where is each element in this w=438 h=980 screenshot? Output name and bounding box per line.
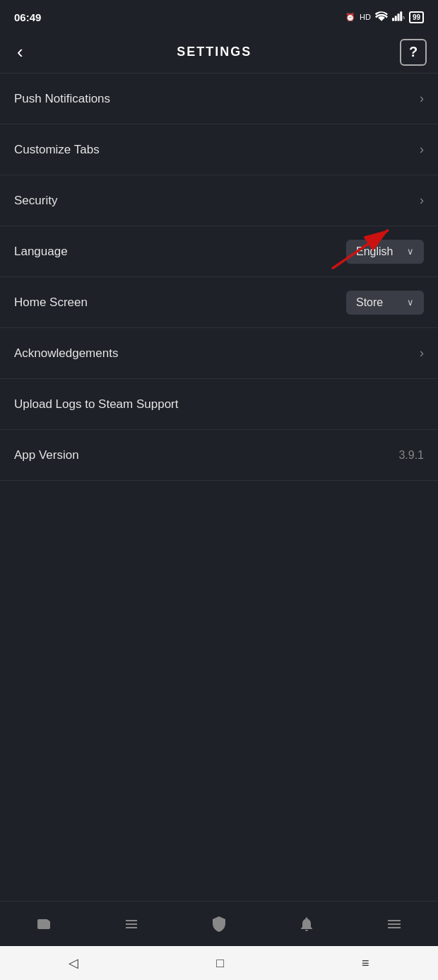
settings-item-customize-tabs[interactable]: Customize Tabs › [0, 124, 438, 175]
nav-store[interactable] [0, 902, 88, 946]
android-nav: ◁ □ ≡ [0, 946, 438, 980]
android-back-button[interactable]: ◁ [69, 955, 78, 971]
nav-menu[interactable] [350, 902, 438, 946]
app-version-label: App Version [14, 448, 79, 462]
toolbar: ‹ SETTINGS ? [0, 31, 438, 74]
app-version-value: 3.9.1 [398, 449, 424, 462]
svg-rect-0 [392, 18, 394, 21]
help-button[interactable]: ? [400, 39, 427, 66]
acknowledgements-label: Acknowledgements [14, 346, 118, 361]
battery-icon: 99 [409, 11, 424, 23]
chevron-right-icon: › [420, 193, 424, 208]
upload-logs-label: Upload Logs to Steam Support [14, 397, 178, 412]
content-spacer [0, 691, 438, 901]
language-right[interactable]: English ∨ [346, 240, 424, 264]
language-value: English [356, 245, 393, 258]
settings-item-home-screen[interactable]: Home Screen Store ∨ [0, 277, 438, 328]
nav-notifications[interactable] [263, 902, 350, 946]
settings-item-push-notifications[interactable]: Push Notifications › [0, 74, 438, 124]
svg-rect-3 [400, 11, 402, 21]
chevron-right-icon: › [420, 91, 424, 106]
language-dropdown[interactable]: English ∨ [346, 240, 424, 264]
nav-library[interactable] [88, 902, 175, 946]
home-screen-dropdown[interactable]: Store ∨ [346, 291, 424, 315]
android-home-button[interactable]: □ [216, 956, 224, 971]
signal-icon: 5G [392, 11, 405, 23]
back-button[interactable]: ‹ [11, 38, 29, 66]
acknowledgements-right: › [420, 346, 424, 361]
settings-item-app-version: App Version 3.9.1 [0, 430, 438, 481]
dropdown-arrow-icon: ∨ [407, 246, 414, 257]
home-screen-value: Store [356, 296, 383, 309]
bottom-nav [0, 901, 438, 946]
push-notifications-label: Push Notifications [14, 92, 110, 106]
security-label: Security [14, 194, 57, 208]
status-bar: 06:49 ⏰ HD 5G 99 [0, 0, 438, 31]
chevron-right-icon: › [420, 346, 424, 361]
settings-item-security[interactable]: Security › [0, 175, 438, 226]
chevron-right-icon: › [420, 142, 424, 157]
svg-rect-2 [397, 13, 399, 21]
home-screen-label: Home Screen [14, 296, 88, 310]
nav-guard[interactable] [175, 902, 263, 946]
home-screen-right[interactable]: Store ∨ [346, 291, 424, 315]
security-right: › [420, 193, 424, 208]
app-version-right: 3.9.1 [398, 449, 424, 462]
status-time: 06:49 [14, 11, 41, 23]
hd-icon: HD [360, 13, 371, 21]
settings-item-language[interactable]: Language English ∨ [0, 226, 438, 277]
customize-tabs-right: › [420, 142, 424, 157]
page-title: SETTINGS [177, 45, 251, 59]
dropdown-arrow-icon: ∨ [407, 297, 414, 308]
settings-list: Push Notifications › Customize Tabs › Se… [0, 74, 438, 691]
settings-item-upload-logs[interactable]: Upload Logs to Steam Support [0, 379, 438, 430]
alarm-icon: ⏰ [345, 13, 355, 22]
android-recents-button[interactable]: ≡ [362, 956, 369, 971]
svg-text:5G: 5G [403, 16, 405, 20]
svg-rect-1 [395, 16, 397, 21]
wifi-icon [375, 11, 388, 23]
language-label: Language [14, 245, 68, 259]
customize-tabs-label: Customize Tabs [14, 143, 100, 157]
push-notifications-right: › [420, 91, 424, 106]
status-icons: ⏰ HD 5G 99 [345, 11, 424, 23]
settings-item-acknowledgements[interactable]: Acknowledgements › [0, 328, 438, 379]
